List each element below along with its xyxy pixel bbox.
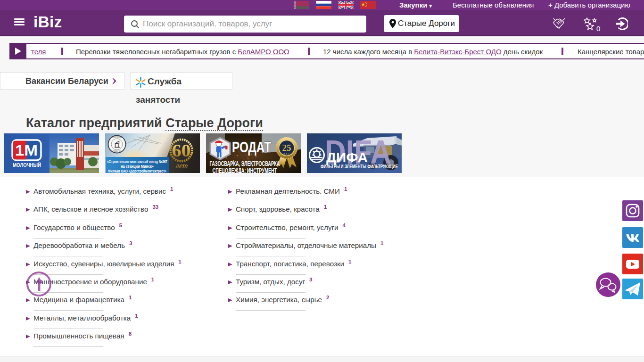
svg-text:МОЛОЧНЫЙ: МОЛОЧНЫЙ — [13, 162, 41, 168]
svg-text:1М: 1М — [15, 142, 38, 159]
svg-text:РОДАТ: РОДАТ — [232, 139, 271, 156]
svg-text:ПОЕЗД · 367: ПОЕЗД · 367 — [113, 150, 121, 152]
svg-text:«Строительно-монтажный поезд №: «Строительно-монтажный поезд №367 — [107, 159, 167, 164]
svg-text:ЛЕТ: ЛЕТ — [283, 152, 290, 155]
svg-text:СПЕЦОДЕЖДА, ИНСТРУМЕНТ: СПЕЦОДЕЖДА, ИНСТРУМЕНТ — [213, 166, 277, 173]
svg-text:лет: лет — [175, 162, 188, 170]
svg-text:ФИЛЬТРЫ И ЭЛЕМЕНТЫ ФИЛЬТРУЮЩИЕ: ФИЛЬТРЫ И ЭЛЕМЕНТЫ ФИЛЬТРУЮЩИЕ — [321, 164, 398, 169]
svg-text:на станции Минск»: на станции Минск» — [121, 164, 154, 169]
svg-text:Филиал ОАО «Дорстроймонтажтрес: Филиал ОАО «Дорстроймонтажтрест» — [108, 169, 166, 173]
svg-text:60: 60 — [172, 141, 191, 160]
svg-text:ДИФА: ДИФА — [326, 149, 368, 165]
svg-text:СТР-МОНТАЖНЫЙ: СТР-МОНТАЖНЫЙ — [112, 136, 123, 138]
